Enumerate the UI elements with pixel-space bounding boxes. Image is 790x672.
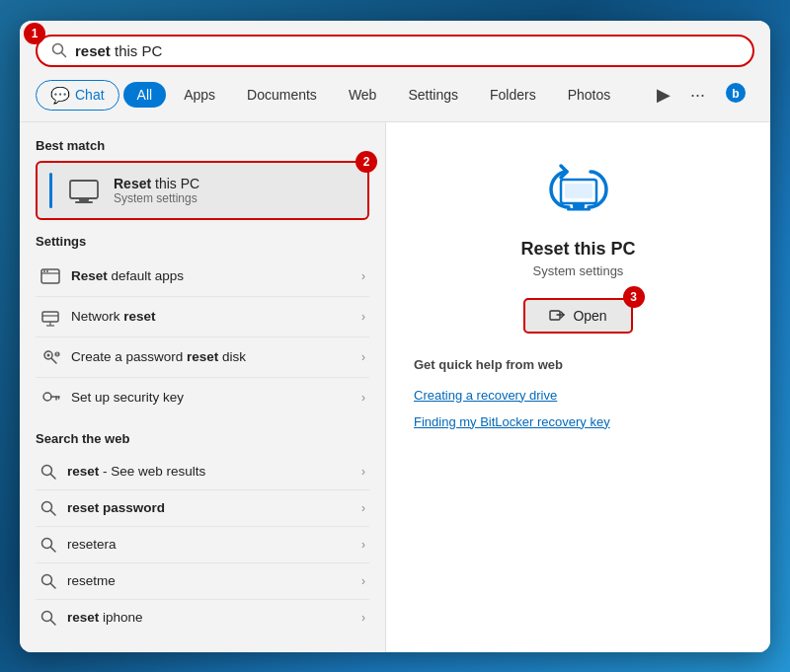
tab-photos-label: Photos — [568, 87, 611, 103]
web-search-icon — [40, 572, 57, 590]
svg-rect-11 — [42, 312, 58, 322]
svg-rect-6 — [75, 201, 93, 203]
svg-text:b: b — [732, 87, 739, 101]
tab-play-button[interactable]: ▶ — [649, 79, 678, 111]
tab-documents-label: Documents — [247, 87, 317, 103]
best-match-item[interactable]: 2 Reset this PC System settings — [36, 161, 369, 220]
tab-more-button[interactable]: ··· — [682, 80, 713, 111]
list-item-text: Network reset — [71, 309, 352, 324]
chevron-icon: › — [361, 269, 365, 283]
settings-section-label: Settings — [36, 234, 369, 249]
reset-default-icon — [40, 265, 61, 287]
list-item[interactable]: Create a password reset disk › — [36, 337, 369, 378]
bm-title-suffix: this PC — [151, 176, 199, 191]
left-bar — [49, 173, 52, 208]
tab-folders[interactable]: Folders — [476, 82, 550, 108]
svg-line-27 — [51, 510, 56, 515]
chevron-icon: › — [361, 310, 365, 324]
tab-documents[interactable]: Documents — [233, 82, 331, 108]
chevron-icon: › — [361, 465, 365, 479]
tab-settings-label: Settings — [408, 87, 458, 103]
step-2-badge: 2 — [356, 151, 377, 173]
tab-apps[interactable]: Apps — [170, 82, 229, 108]
chevron-icon: › — [361, 391, 365, 405]
web-item[interactable]: reset iphone › — [36, 600, 369, 635]
list-item[interactable]: Network reset › — [36, 297, 369, 337]
best-match-label: Best match — [36, 138, 369, 153]
web-search-icon — [40, 463, 57, 481]
chevron-icon: › — [361, 611, 365, 625]
list-item[interactable]: Reset default apps › — [36, 257, 369, 297]
bm-subtitle: System settings — [114, 191, 199, 205]
search-input-wrapper[interactable]: 1 reset this PC — [36, 35, 754, 67]
quick-help-label: Get quick help from web — [410, 357, 563, 372]
svg-rect-36 — [573, 203, 585, 208]
search-bar-row: 1 reset this PC — [20, 21, 770, 77]
bm-title-bold: Reset — [114, 176, 151, 191]
open-button-wrapper: 3 Open — [523, 298, 632, 334]
tab-settings[interactable]: Settings — [394, 82, 472, 108]
password-disk-icon — [40, 346, 61, 368]
network-icon — [40, 306, 61, 328]
right-panel: Reset this PC System settings 3 Open Get… — [385, 122, 770, 652]
main-content: Best match 2 Reset this PC System settin… — [20, 122, 770, 652]
settings-list: Reset default apps › Network reset — [36, 257, 369, 417]
chevron-icon: › — [361, 538, 365, 552]
tab-apps-label: Apps — [184, 87, 215, 103]
step-1-badge: 1 — [24, 23, 45, 44]
svg-point-16 — [47, 353, 50, 356]
web-item[interactable]: reset password › — [36, 490, 369, 527]
bing-button[interactable]: b — [717, 77, 754, 113]
web-search-icon — [40, 609, 57, 627]
tab-all-label: All — [137, 87, 153, 103]
left-panel: Best match 2 Reset this PC System settin… — [20, 122, 385, 652]
svg-line-33 — [51, 620, 56, 625]
svg-line-31 — [51, 583, 56, 588]
web-item[interactable]: resetme › — [36, 563, 369, 600]
svg-line-1 — [62, 53, 66, 57]
web-text: reset iphone — [67, 610, 352, 625]
security-key-icon — [40, 387, 61, 409]
svg-rect-4 — [70, 181, 98, 198]
svg-point-10 — [46, 270, 48, 272]
web-text: resetera — [67, 537, 352, 552]
open-button[interactable]: Open — [523, 298, 632, 334]
web-text: reset - See web results — [67, 464, 352, 479]
svg-line-17 — [51, 358, 56, 363]
web-section-label: Search the web — [36, 431, 369, 446]
search-text: reset this PC — [75, 42, 162, 59]
web-text: resetme — [67, 573, 352, 588]
search-icon — [51, 42, 67, 58]
svg-rect-35 — [565, 184, 592, 198]
tab-chat-label: Chat — [75, 87, 105, 103]
chevron-icon: › — [361, 350, 365, 364]
tab-all[interactable]: All — [123, 82, 167, 108]
tabs-row: 💬 Chat All Apps Documents Web Settings F… — [20, 77, 770, 122]
help-link-bitlocker[interactable]: Finding my BitLocker recovery key — [410, 409, 747, 435]
svg-point-9 — [43, 270, 45, 272]
best-match-text: Reset this PC System settings — [114, 176, 199, 205]
list-item-text: Set up security key — [71, 390, 352, 405]
tab-chat[interactable]: 💬 Chat — [36, 80, 119, 111]
tab-web[interactable]: Web — [335, 82, 391, 108]
tab-web-label: Web — [349, 87, 377, 103]
svg-line-25 — [51, 474, 56, 479]
svg-rect-37 — [567, 208, 591, 211]
web-search-icon — [40, 536, 57, 554]
search-panel: 1 reset this PC 💬 Chat All Apps Document… — [20, 21, 770, 652]
help-link-recovery[interactable]: Creating a recovery drive — [410, 382, 747, 409]
web-item[interactable]: reset - See web results › — [36, 454, 369, 490]
open-icon — [549, 308, 565, 324]
chat-tab-icon: 💬 — [50, 86, 70, 105]
open-label: Open — [573, 308, 606, 324]
web-item[interactable]: resetera › — [36, 527, 369, 563]
tab-folders-label: Folders — [490, 87, 536, 103]
list-item-text: Reset default apps — [71, 268, 352, 283]
list-item[interactable]: Set up security key › — [36, 378, 369, 417]
right-panel-title: Reset this PC — [520, 239, 635, 260]
chevron-icon: › — [361, 501, 365, 515]
web-list: reset - See web results › reset password… — [36, 454, 369, 635]
svg-rect-5 — [79, 198, 89, 201]
tab-photos[interactable]: Photos — [554, 82, 625, 108]
web-text: reset password — [67, 500, 352, 515]
